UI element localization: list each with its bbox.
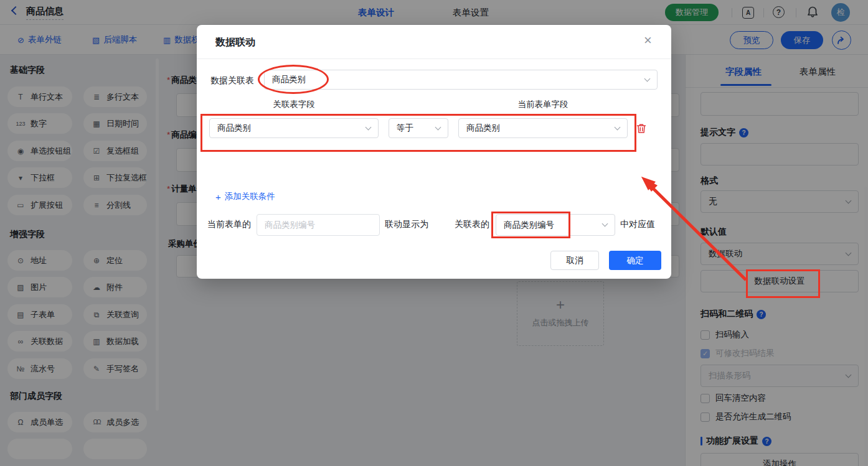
link-table-label: 数据关联表 — [210, 75, 254, 86]
operator-select[interactable]: 等于 — [389, 118, 448, 138]
form-designer-page: 商品信息 表单设计 表单设置 数据管理 A ? 检 ⊘ 表单外链 ▧ 后端脚本 … — [0, 0, 868, 466]
current-form-prefix-label: 当前表单的 — [207, 219, 251, 230]
delete-condition-trash-icon[interactable] — [636, 123, 646, 136]
related-table-field-select[interactable]: 商品类别 — [209, 118, 379, 138]
display-as-label: 联动显示为 — [385, 219, 428, 230]
confirm-button[interactable]: 确定 — [609, 251, 661, 270]
column-header-current-field: 当前表单字段 — [458, 99, 628, 110]
current-field-input[interactable] — [257, 214, 380, 236]
modal-title: 数据联动 — [215, 36, 255, 49]
chevron-down-icon — [644, 75, 651, 82]
related-field-value: 商品类别 — [217, 123, 251, 134]
divider — [197, 58, 671, 59]
column-header-related-field: 关联表字段 — [209, 99, 379, 110]
data-linkage-modal: 数据联动 × 数据关联表 商品类别 关联表字段 当前表单字段 商品类别 等于 商… — [197, 25, 671, 279]
current-field-value: 商品类别 — [466, 123, 500, 134]
close-icon[interactable]: × — [644, 34, 652, 47]
corresponding-value-label: 中对应值 — [620, 219, 655, 230]
chevron-down-icon — [615, 124, 621, 130]
display-field-select[interactable]: 商品类别编号 — [496, 214, 615, 236]
related-table-prefix-label: 关联表的 — [455, 219, 489, 230]
link-table-value: 商品类别 — [272, 74, 306, 85]
add-condition-link[interactable]: + 添加关联条件 — [215, 191, 275, 202]
cancel-button[interactable]: 取消 — [550, 251, 599, 270]
chevron-down-icon — [435, 124, 441, 130]
current-form-field-select[interactable]: 商品类别 — [458, 118, 628, 138]
chevron-down-icon — [602, 221, 608, 227]
chevron-down-icon — [366, 124, 372, 130]
add-condition-label: 添加关联条件 — [225, 191, 275, 202]
plus-icon: + — [215, 192, 221, 202]
link-table-select[interactable]: 商品类别 — [264, 70, 658, 90]
display-field-value: 商品类别编号 — [504, 220, 554, 231]
operator-value: 等于 — [397, 123, 413, 134]
